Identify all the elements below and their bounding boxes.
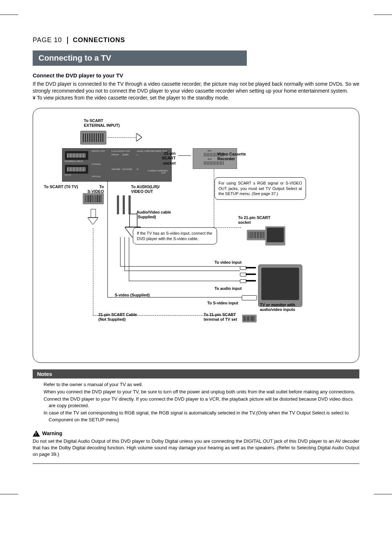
panel-scart-ext xyxy=(65,151,89,160)
notes-item: Connect the DVD player to your TV direct… xyxy=(44,396,359,409)
cable xyxy=(129,237,129,281)
crop-mark-tr xyxy=(374,15,392,15)
label-tv-monitor: TV or monitor with audio/video inputs xyxy=(260,303,295,313)
warning-heading: Warning xyxy=(33,430,359,437)
crop-mark-tl xyxy=(0,15,18,15)
dash-vcr-right xyxy=(214,227,241,228)
scart-plug-tv-terminal xyxy=(242,315,257,322)
notes-heading: Notes xyxy=(33,369,359,378)
arrow-down-icon xyxy=(88,209,98,224)
page-number: PAGE 10 xyxy=(33,36,62,44)
label-to-video-input: To video input xyxy=(215,260,241,265)
label-scart-not-supplied: 21-pin SCART Cable (Not Supplied) xyxy=(98,312,137,323)
av-triple-cable xyxy=(115,195,133,214)
crop-mark-bl xyxy=(0,494,18,494)
cable xyxy=(129,281,240,281)
panel-label: DIGITAL OUT xyxy=(91,150,105,152)
scart-plug-tv xyxy=(247,230,266,240)
panel-label: SURR xyxy=(122,154,128,156)
panel-label: AUDIO OUT xyxy=(137,150,149,152)
panel-label: WOOFER xyxy=(122,168,132,170)
intro-bullet: ¥ To view pictures from the video casset… xyxy=(33,94,359,101)
label-vcr: Video Cassette Recorder xyxy=(217,152,246,162)
rca-white xyxy=(240,271,256,278)
arrow-right-icon xyxy=(136,134,142,141)
rca-red xyxy=(240,278,256,284)
panel-label: S-VIDEO OUT xyxy=(148,170,162,172)
panel-label: COAXIAL xyxy=(91,163,101,165)
label-av-cable: Audio/Video cable (Supplied) xyxy=(136,210,171,220)
connection-diagram: To SCART EXTERNAL INPUT) EXTERNAL INPUT … xyxy=(33,108,359,363)
notes-item: When you connect the DVD player to your … xyxy=(44,389,359,395)
intro-paragraph: If the DVD player is connected to the TV… xyxy=(33,81,359,94)
label-svideo-supplied: S-video (Supplied) xyxy=(115,293,150,298)
cable xyxy=(124,271,240,271)
manual-page: PAGE 10 CONNECTIONS Connecting to a TV C… xyxy=(0,0,392,486)
panel-label: VIDEO OUT xyxy=(161,170,171,174)
label-to-audio-input: To audio input xyxy=(215,286,242,291)
svideo-plug xyxy=(242,295,257,300)
vcr-av1-label: AV1 xyxy=(208,150,212,152)
label-to-audio-video-out: To AUDIO(L/R)/ VIDEO OUT xyxy=(131,185,160,195)
crt-small xyxy=(265,226,285,246)
label-to-scart-tv: To SCART (T0 TV) xyxy=(44,185,78,190)
header-divider xyxy=(67,37,68,44)
page-header: PAGE 10 CONNECTIONS xyxy=(33,36,359,44)
label-21pin-scart: 21-pin SCART socket xyxy=(162,151,176,166)
label-to-21pin-terminal: To 21-pin SCART terminal of TV set xyxy=(204,312,237,323)
section-ribbon: Connecting to a TV xyxy=(33,50,247,66)
label-to-scart-ext: To SCART EXTERNAL INPUT) xyxy=(84,118,120,129)
panel-label: 5.1CH AUDIO OUT xyxy=(111,150,130,152)
panel-label: OPTICAL xyxy=(91,175,101,178)
svideo-cable-v xyxy=(107,181,108,297)
rca-yellow xyxy=(240,264,256,271)
panel-label: CENTER xyxy=(111,168,121,170)
crt-tv xyxy=(258,264,302,307)
panel-label: FRONT xyxy=(111,154,119,156)
label-to-svideo-input: To S-video input xyxy=(207,301,238,306)
crop-mark-br xyxy=(374,494,392,494)
dash-vcr-down xyxy=(214,169,214,227)
warning-icon xyxy=(33,430,40,437)
scart-plug-bottom xyxy=(83,193,104,204)
dash-line xyxy=(107,137,136,138)
panel-label: EXTERNAL INPUT xyxy=(65,160,83,162)
notes-item: Refer to the owner s manual of your TV a… xyxy=(44,381,359,388)
warning-title: Warning xyxy=(42,430,62,436)
hint-rgb-box: For using SCART s RGB signal or S-VIDEO … xyxy=(215,177,306,200)
footer-rule xyxy=(33,463,359,464)
hint-svideo-box: If the TV has an S-video input, connect … xyxy=(133,227,217,245)
warning-text: Do not set the Digital Audio Output of t… xyxy=(33,438,359,458)
notes-list: Refer to the owner s manual of your TV a… xyxy=(33,378,359,423)
section-name: CONNECTIONS xyxy=(73,36,125,44)
label-to-21pin-socket: To 21-pin SCART socket xyxy=(238,215,270,226)
intro-heading: Connect the DVD player to your TV xyxy=(33,72,359,78)
cable xyxy=(120,237,121,266)
panel-scart-tv xyxy=(65,165,89,174)
panel-label: R xyxy=(137,168,138,170)
vcr-av2-label: AV2 xyxy=(208,158,212,160)
panel-label: L xyxy=(137,154,138,156)
scart-plug-ext xyxy=(80,131,106,145)
notes-item: In case of the TV set corresponding to R… xyxy=(44,410,359,423)
dash-scart-v xyxy=(93,228,93,315)
dvd-back-panel: EXTERNAL INPUT TO TV DIGITAL OUT COAXIAL… xyxy=(62,148,172,182)
line xyxy=(178,155,191,156)
panel-label: TO TV xyxy=(65,174,71,176)
cable xyxy=(124,237,125,271)
vcr-scart2 xyxy=(204,161,224,165)
cable xyxy=(120,266,240,267)
